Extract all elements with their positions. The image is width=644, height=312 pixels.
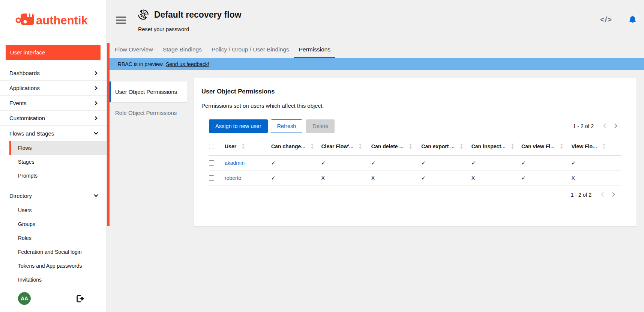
sidebar-item-user-interface[interactable]: User interface	[6, 45, 101, 60]
row-checkbox[interactable]	[209, 175, 214, 181]
sidebar-item-dashboards[interactable]: Dashboards	[0, 66, 107, 81]
sort-icon	[560, 143, 563, 149]
pagination-top: 1 - 2 of 2	[573, 123, 621, 130]
table-row: roberto ✓ X X ✓ X ✓ X	[209, 170, 621, 185]
pagination-next-button[interactable]	[608, 192, 619, 198]
column-header-user[interactable]: User	[225, 137, 271, 155]
nav-label: Flows and Stages	[9, 130, 54, 137]
refresh-button[interactable]: Refresh	[271, 119, 303, 133]
permission-value: ✓	[572, 155, 621, 170]
menu-toggle-icon[interactable]	[116, 17, 126, 24]
pagination-bottom: 1 - 2 of 2	[194, 192, 619, 198]
pagination-prev-button[interactable]	[599, 123, 610, 130]
banner-text: RBAC is in preview.	[118, 61, 164, 67]
permission-value: ✓	[471, 155, 521, 170]
row-checkbox[interactable]	[209, 160, 214, 166]
column-header-can-export[interactable]: Can export ...	[421, 137, 471, 155]
permission-value: ✓	[521, 155, 571, 170]
permission-value: ✓	[271, 155, 321, 170]
permissions-content: User Object Permissions Role Object Perm…	[110, 70, 644, 312]
sidebar-item-invitations[interactable]: Invitations	[9, 273, 107, 286]
page-subtitle: Reset your password	[138, 26, 189, 32]
notification-bell-icon[interactable]	[628, 15, 637, 24]
page-header: Default recovery flow Reset your passwor…	[110, 0, 644, 42]
permissions-table: User Can change... Clear Flow'... Can de…	[209, 137, 621, 186]
column-header-view-flow[interactable]: View Flo...	[572, 137, 621, 155]
user-link[interactable]: akadmin	[225, 160, 245, 166]
tab-permissions[interactable]: Permissions	[294, 42, 335, 58]
permission-value: ✓	[321, 155, 371, 170]
nav-group-flows-and-stages: Flows and Stages Flows Stages Prompts	[0, 126, 107, 182]
sidebar-item-stages[interactable]: Stages	[9, 155, 107, 169]
pagination-range: 1 - 2 of 2	[573, 123, 594, 129]
column-header-can-view[interactable]: Can view Fl...	[521, 137, 571, 155]
tab-policy-group-user-bindings[interactable]: Policy / Group / User Bindings	[207, 42, 294, 58]
table-header-row: User Can change... Clear Flow'... Can de…	[209, 137, 621, 155]
avatar[interactable]: AA	[18, 292, 31, 305]
avatar-initials: AA	[21, 295, 28, 301]
nav-label: Flows	[18, 145, 32, 151]
delete-button[interactable]: Delete	[306, 119, 335, 133]
flow-tabs: Flow Overview Stage Bindings Policy / Gr…	[110, 42, 644, 58]
authentik-logo: authentik	[0, 0, 107, 39]
nav-label: Events	[9, 100, 27, 106]
sidebar-item-groups[interactable]: Groups	[9, 217, 107, 231]
page-title: Default recovery flow	[154, 10, 242, 20]
side-tab-user-object-permissions[interactable]: User Object Permissions	[110, 81, 187, 102]
sidebar-item-applications[interactable]: Applications	[0, 81, 107, 96]
sidebar-item-directory[interactable]: Directory	[0, 188, 107, 203]
sidebar-item-customisation[interactable]: Customisation	[0, 111, 107, 126]
app-switch-label: User interface	[10, 49, 45, 56]
sort-icon	[311, 143, 314, 149]
sidebar-item-flows-and-stages[interactable]: Flows and Stages	[0, 126, 107, 141]
sort-icon	[409, 143, 412, 149]
user-object-permissions-card: User Object Permissions Permissions set …	[194, 78, 636, 226]
nav-label: Users	[18, 207, 32, 213]
permission-value: X	[471, 170, 521, 185]
column-header-can-change[interactable]: Can change...	[271, 137, 321, 155]
permission-value: ✓	[371, 155, 421, 170]
chevron-left-icon	[600, 192, 605, 197]
sidebar-item-prompts[interactable]: Prompts	[9, 169, 107, 182]
sidebar-item-roles[interactable]: Roles	[9, 231, 107, 245]
nav-label: Stages	[18, 159, 35, 165]
sort-icon	[460, 143, 463, 149]
sidebar-item-users[interactable]: Users	[9, 203, 107, 217]
api-code-icon[interactable]: </>	[600, 15, 612, 24]
nav-label: Directory	[9, 193, 32, 199]
card-description: Permissions set on users which affect th…	[194, 95, 636, 109]
nav-label: Customisation	[9, 115, 45, 121]
column-header-can-delete[interactable]: Can delete ...	[371, 137, 421, 155]
chevron-right-icon	[613, 123, 618, 128]
column-header-can-inspect[interactable]: Can inspect...	[471, 137, 521, 155]
nav-label: Groups	[18, 221, 35, 227]
authentik-wordmark: authentik	[36, 14, 88, 27]
nav-label: Tokens and App passwords	[18, 263, 82, 269]
pagination-prev-button[interactable]	[597, 192, 608, 198]
feedback-link[interactable]: Send us feedback!	[166, 61, 209, 67]
permission-value: ✓	[421, 155, 471, 170]
nav-label: Roles	[18, 235, 32, 241]
pagination-next-button[interactable]	[610, 123, 621, 130]
permission-value: ✓	[271, 170, 321, 185]
sidebar-item-events[interactable]: Events	[0, 96, 107, 111]
sidebar-item-federation-social-login[interactable]: Federation and Social login	[9, 245, 107, 259]
chevron-right-icon	[94, 71, 98, 75]
chevron-right-icon	[94, 101, 98, 106]
side-tab-role-object-permissions[interactable]: Role Object Permissions	[110, 102, 187, 123]
sidebar-item-flows[interactable]: Flows	[9, 141, 107, 155]
permission-side-tabs: User Object Permissions Role Object Perm…	[110, 81, 187, 123]
authentik-key-icon: authentik	[15, 11, 92, 29]
select-all-checkbox[interactable]	[209, 144, 214, 149]
user-link[interactable]: roberto	[225, 175, 241, 181]
logout-icon[interactable]	[75, 294, 85, 303]
tab-flow-overview[interactable]: Flow Overview	[110, 42, 158, 58]
tab-stage-bindings[interactable]: Stage Bindings	[158, 42, 207, 58]
permission-value: ✓	[421, 170, 471, 185]
column-header-clear-flow[interactable]: Clear Flow'...	[321, 137, 371, 155]
table-row: akadmin ✓ ✓ ✓ ✓ ✓ ✓ ✓	[209, 155, 621, 170]
assign-to-new-user-button[interactable]: Assign to new user	[209, 119, 268, 133]
nav-label: Prompts	[18, 173, 38, 179]
nav-label: Invitations	[18, 277, 42, 283]
sidebar-item-tokens-app-passwords[interactable]: Tokens and App passwords	[9, 259, 107, 273]
